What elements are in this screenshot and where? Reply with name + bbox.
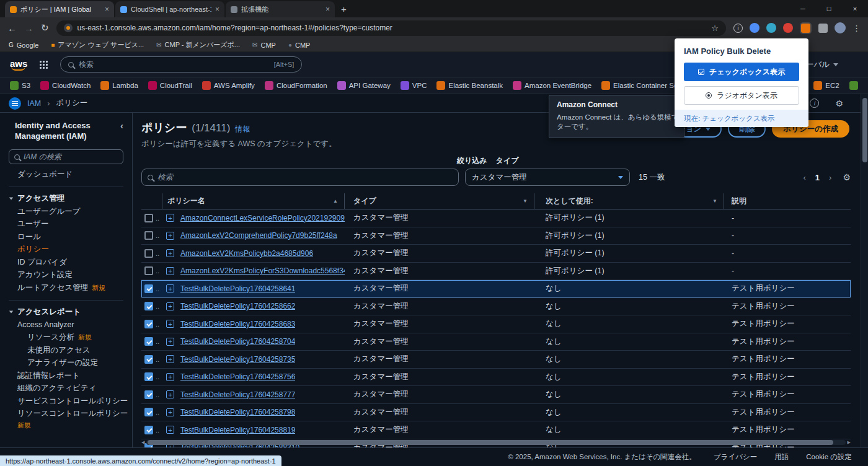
terms-link[interactable]: 用語 <box>774 452 789 462</box>
row-checkbox[interactable] <box>144 390 153 399</box>
policy-name-link[interactable]: TestBulkDeletePolicy17604258704 <box>180 337 295 346</box>
service-favorite[interactable]: AWS Amplify <box>202 81 255 90</box>
policy-name-link[interactable]: AmazonConnectLexServiceRolePolicy2021929… <box>180 214 345 222</box>
row-checkbox[interactable] <box>144 302 153 310</box>
sidebar-item[interactable]: サービスコントロールポリシー <box>0 395 132 408</box>
column-type[interactable]: タイプ ▼ <box>345 193 534 209</box>
table-row[interactable]: ..+TestBulkDeletePolicy17604258819カスタマー管… <box>141 421 851 439</box>
show-radio-buttons-button[interactable]: ラジオボタン表示 <box>684 86 799 105</box>
expand-policy-icon[interactable]: + <box>166 338 174 346</box>
sidebar-item[interactable]: ユーザーグループ <box>0 205 132 218</box>
show-checkboxes-button[interactable]: チェックボックス表示 <box>684 63 799 81</box>
expand-policy-icon[interactable]: + <box>166 267 174 275</box>
browser-tab[interactable]: 拡張機能× <box>226 1 335 17</box>
aws-logo[interactable]: aws <box>10 58 27 71</box>
sidebar-item[interactable]: ポリシー <box>0 244 132 257</box>
previous-page-icon[interactable]: ‹ <box>804 173 806 182</box>
console-search-box[interactable]: 検索 [Alt+S] <box>60 56 302 73</box>
iam-bulk-delete-extension-icon[interactable] <box>801 24 810 33</box>
policy-name-link[interactable]: TestBulkDeletePolicy17604258777 <box>180 390 295 399</box>
row-checkbox[interactable] <box>144 266 153 275</box>
row-checkbox[interactable] <box>144 231 153 240</box>
new-tab-button[interactable]: + <box>341 4 347 14</box>
forward-icon[interactable]: → <box>24 23 33 33</box>
browser-menu-icon[interactable]: ⋮ <box>852 24 861 33</box>
sidebar-item[interactable]: ダッシュボード <box>0 168 132 181</box>
bookmark-star-icon[interactable]: ☆ <box>711 24 719 33</box>
table-row[interactable]: ..+TestBulkDeletePolicy17604258641カスタマー管… <box>141 280 851 298</box>
row-checkbox[interactable] <box>144 426 153 434</box>
sidebar-item[interactable]: ユーザー <box>0 218 132 231</box>
expand-policy-icon[interactable]: + <box>166 355 174 363</box>
horizontal-scroll-track[interactable] <box>146 440 845 445</box>
expand-policy-icon[interactable]: + <box>166 302 174 310</box>
policy-name-link[interactable]: TestBulkDeletePolicy17604258798 <box>180 408 295 416</box>
row-checkbox[interactable] <box>144 408 153 416</box>
info-icon[interactable]: i <box>810 99 819 108</box>
sidebar-item[interactable]: アカウント設定 <box>0 269 132 282</box>
breadcrumb-iam-link[interactable]: IAM <box>27 99 41 108</box>
expand-policy-icon[interactable]: + <box>166 408 174 416</box>
current-page[interactable]: 1 <box>815 173 820 182</box>
tab-close-icon[interactable]: × <box>326 5 330 14</box>
bookmark-item[interactable]: ✉CMP <box>252 42 276 49</box>
policy-name-link[interactable]: TestBulkDeletePolicy17604258756 <box>180 372 295 381</box>
sidebar-item[interactable]: リソース分析新規 <box>0 332 132 345</box>
window-minimize-button[interactable]: ─ <box>790 0 816 17</box>
row-checkbox[interactable] <box>144 214 153 222</box>
policy-type-select[interactable]: カスタマー管理 <box>465 169 630 186</box>
horizontal-scrollbar[interactable]: ◀ ▶ <box>141 439 851 445</box>
table-row[interactable]: ..+TestBulkDeletePolicy17604258756カスタマー管… <box>141 369 851 387</box>
sidebar-item[interactable]: アナライザーの設定 <box>0 357 132 370</box>
settings-gear-icon[interactable]: ⚙ <box>835 99 843 108</box>
table-row[interactable]: ..+AmazonLexV2KmsPolicyForS3Downloadc556… <box>141 263 851 281</box>
expand-policy-icon[interactable]: + <box>166 284 174 292</box>
row-checkbox[interactable] <box>144 372 153 381</box>
row-checkbox[interactable] <box>144 320 153 328</box>
service-favorite[interactable]: Amazon EventBridge <box>513 81 591 90</box>
profile-avatar[interactable] <box>835 22 846 33</box>
policy-name-link[interactable]: AmazonLexV2KmsPolicyForS3Downloadc5568f3… <box>180 266 345 275</box>
table-row[interactable]: ..+AmazonConnectLexServiceRolePolicy2021… <box>141 209 851 227</box>
service-favorite[interactable]: Elastic Beanstalk <box>436 81 503 90</box>
info-link[interactable]: 情報 <box>235 124 250 134</box>
sidebar-item[interactable]: 認証情報レポート <box>0 369 132 382</box>
side-menu-toggle[interactable] <box>9 97 21 110</box>
expand-policy-icon[interactable]: + <box>166 426 174 434</box>
extension-icon-red[interactable] <box>783 23 793 33</box>
table-row[interactable]: ..+TestBulkDeletePolicy17604258735カスタマー管… <box>141 351 851 369</box>
window-close-button[interactable]: × <box>842 0 868 17</box>
table-row[interactable]: ..+AmazonLexV2KmsPolicybb2a4685d906カスタマー… <box>141 245 851 263</box>
sidebar-collapse-icon[interactable]: ‹ <box>120 120 123 131</box>
cookie-settings-link[interactable]: Cookie の設定 <box>806 452 852 462</box>
bookmark-item[interactable]: ■アマゾン ウェブ サービス... <box>51 40 144 50</box>
browser-tab[interactable]: ポリシー | IAM | Global× <box>5 1 114 17</box>
row-checkbox[interactable] <box>144 337 153 346</box>
table-row[interactable]: ..+AmazonLexV2ComprehendPolicy7d9b25ff24… <box>141 227 851 245</box>
bookmark-item[interactable]: ✉CMP - 新メンバーズポ... <box>156 40 240 50</box>
row-checkbox[interactable] <box>144 355 153 364</box>
sidebar-item[interactable]: Access Analyzer <box>0 319 132 332</box>
back-icon[interactable]: ← <box>7 23 17 33</box>
service-favorite[interactable]: EC2 <box>813 81 839 90</box>
next-page-icon[interactable]: › <box>829 173 831 182</box>
column-used-as[interactable]: 次として使用: ▼ <box>534 193 724 209</box>
info-extension-icon[interactable]: i <box>733 24 743 33</box>
policy-name-link[interactable]: AmazonLexV2KmsPolicybb2a4685d906 <box>180 249 313 258</box>
horizontal-scroll-thumb[interactable] <box>148 440 833 445</box>
service-favorite[interactable]: CloudWatch <box>40 81 91 90</box>
extension-icon-teal[interactable] <box>766 23 776 33</box>
scroll-left-icon[interactable]: ◀ <box>141 439 144 445</box>
sidebar-search-box[interactable]: IAM の検索 <box>9 149 123 164</box>
service-favorite[interactable]: API Gateway <box>337 81 391 90</box>
service-favorite[interactable] <box>849 81 858 90</box>
tab-close-icon[interactable]: × <box>215 5 219 14</box>
table-row[interactable]: ..+TestBulkDeletePolicy17604258662カスタマー管… <box>141 298 851 316</box>
vertical-scroll-thumb[interactable] <box>862 98 867 162</box>
sidebar-item[interactable]: リソースコントロールポリシー <box>0 408 132 421</box>
policy-name-link[interactable]: TestBulkDeletePolicy17604258819 <box>180 426 295 434</box>
expand-policy-icon[interactable]: + <box>166 214 174 222</box>
expand-policy-icon[interactable]: + <box>166 373 174 381</box>
expand-policy-icon[interactable]: + <box>166 390 174 398</box>
table-row[interactable]: ..+TestBulkDeletePolicy17604258683カスタマー管… <box>141 315 851 333</box>
